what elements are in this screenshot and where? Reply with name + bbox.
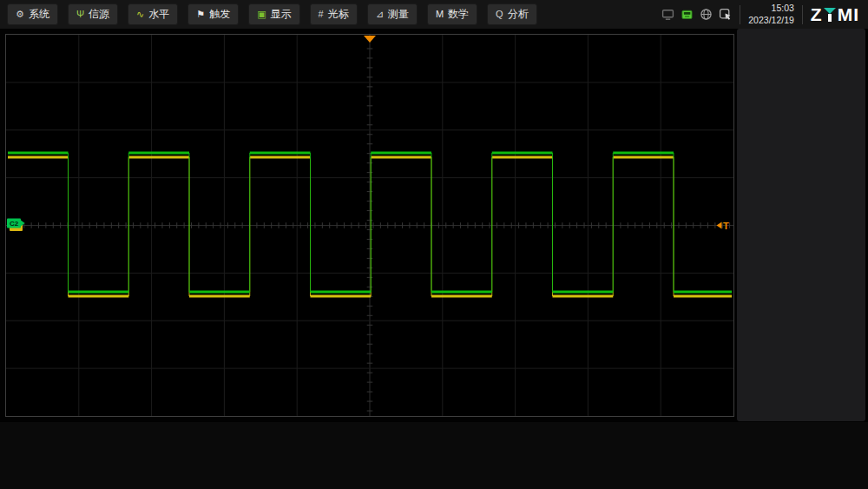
menu-button-label: 分析 [508, 7, 529, 22]
clock-date: 2023/12/19 [748, 15, 794, 26]
menu-button-label: 水平 [148, 7, 169, 22]
source-icon: Ψ [76, 10, 84, 19]
bottom-status-bar: C1 DC1M 1.00V/div 0.00V 500M 1 : 1 C2 DC… [0, 422, 868, 489]
svg-text:T: T [723, 221, 729, 231]
menu-button-group: ⚙系统Ψ信源∿水平⚑触发▣显示#光标⊿测量M数学Q分析 [7, 3, 537, 25]
network-icon [700, 8, 713, 21]
logo-letter: MI [838, 4, 859, 25]
menu-button-label: 信源 [89, 7, 109, 22]
trigger-flag-icon: ⚑ [196, 10, 205, 19]
menu-button-measure[interactable]: ⊿测量 [367, 3, 418, 25]
menu-button-label: 触发 [209, 7, 230, 22]
menu-button-system[interactable]: ⚙系统 [7, 3, 58, 25]
svg-text:C2: C2 [10, 220, 19, 228]
menu-button-label: 测量 [388, 7, 409, 22]
clock-block: 15:03 2023/12/19 [748, 3, 794, 25]
menu-button-analyze[interactable]: Q分析 [487, 3, 537, 25]
screen-icon [661, 8, 674, 21]
cursor-icon: # [319, 10, 324, 19]
menu-button-cursor[interactable]: #光标 [310, 3, 358, 25]
gear-icon: ⚙ [16, 10, 24, 19]
menu-button-display[interactable]: ▣显示 [248, 3, 299, 25]
oscilloscope-screen: ⚙系统Ψ信源∿水平⚑触发▣显示#光标⊿测量M数学Q分析 [0, 0, 868, 489]
usb-storage-icon [681, 8, 694, 21]
topbar-divider [740, 5, 740, 24]
waveform-display-area[interactable]: C2T [5, 34, 734, 417]
topbar-divider [802, 5, 803, 24]
side-panel-empty [737, 29, 865, 421]
math-icon: M [436, 10, 444, 19]
measure-icon: ⊿ [376, 10, 384, 19]
logo-letter-t [824, 8, 837, 22]
horizontal-wave-icon: ∿ [136, 10, 144, 19]
status-indicator-group [661, 8, 732, 21]
analyze-icon: Q [496, 10, 503, 19]
logo-letter: Z [811, 4, 823, 25]
menu-button-label: 系统 [29, 7, 49, 22]
menu-button-label: 数学 [448, 7, 469, 22]
menu-button-trigger[interactable]: ⚑触发 [187, 3, 239, 25]
menu-button-label: 光标 [328, 7, 349, 22]
touch-icon [719, 8, 732, 21]
menu-button-label: 显示 [271, 7, 292, 22]
top-menu-bar: ⚙系统Ψ信源∿水平⚑触发▣显示#光标⊿测量M数学Q分析 [0, 0, 868, 29]
brand-logo: Z MI [811, 4, 861, 25]
display-icon: ▣ [257, 10, 266, 19]
menu-button-horizontal[interactable]: ∿水平 [128, 3, 178, 25]
menu-button-math[interactable]: M数学 [427, 3, 477, 25]
clock-time: 15:03 [748, 3, 794, 14]
menu-button-source[interactable]: Ψ信源 [68, 3, 118, 25]
logo-triangle-icon [824, 8, 836, 14]
